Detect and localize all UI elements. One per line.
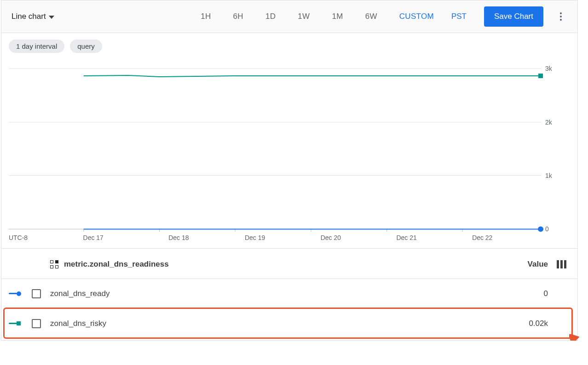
x-tick-1: Dec 18 xyxy=(168,234,189,241)
y-tick-3k: 3k xyxy=(545,65,552,72)
query-chip[interactable]: query xyxy=(70,40,102,53)
legend-checkbox-ready[interactable] xyxy=(32,289,41,298)
chart-type-dropdown[interactable]: Line chart xyxy=(9,10,57,23)
series-ready-endpoint-icon xyxy=(538,226,543,232)
y-tick-2k: 2k xyxy=(545,119,552,126)
time-range-group: 1H 6H 1D 1W 1M 6W CUSTOM xyxy=(197,10,438,23)
legend-header: metric.zonal_dns_readiness Value xyxy=(1,248,577,279)
range-1w[interactable]: 1W xyxy=(294,10,313,23)
series-swatch-ready xyxy=(9,291,21,296)
legend-name-risky: zonal_dns_risky xyxy=(50,319,507,328)
range-custom[interactable]: CUSTOM xyxy=(396,10,438,23)
overflow-menu-button[interactable] xyxy=(552,7,570,26)
series-risky-endpoint-icon xyxy=(538,74,543,78)
x-tick-0: Dec 17 xyxy=(83,234,104,241)
svg-line-10 xyxy=(574,339,588,341)
range-1d[interactable]: 1D xyxy=(262,10,279,23)
chart-area: 3k 2k 1k 0 UTC-8 Dec 17 Dec 18 Dec 19 De… xyxy=(1,55,577,248)
range-6w[interactable]: 6W xyxy=(362,10,381,23)
series-risky-line xyxy=(84,75,541,77)
legend-row-risky[interactable]: zonal_dns_risky 0.02k xyxy=(4,308,572,338)
legend-group-by: metric.zonal_dns_readiness xyxy=(64,260,169,269)
timezone-button[interactable]: PST xyxy=(447,10,471,23)
more-vert-icon xyxy=(560,12,562,14)
group-by-icon xyxy=(50,260,58,268)
interval-chip[interactable]: 1 day interval xyxy=(9,40,64,53)
legend-checkbox-risky[interactable] xyxy=(32,319,41,328)
legend-name-ready: zonal_dns_ready xyxy=(50,289,507,298)
save-chart-button[interactable]: Save Chart xyxy=(484,6,543,27)
x-tick-2: Dec 19 xyxy=(245,234,265,241)
chart-type-label: Line chart xyxy=(12,12,46,21)
line-chart[interactable]: 3k 2k 1k 0 UTC-8 Dec 17 Dec 18 Dec 19 De… xyxy=(9,59,558,243)
x-tick-3: Dec 20 xyxy=(321,234,341,241)
y-tick-0: 0 xyxy=(545,225,549,233)
chevron-down-icon xyxy=(49,16,54,19)
legend-value-header[interactable]: Value xyxy=(507,260,548,269)
range-6h[interactable]: 6H xyxy=(230,10,247,23)
chart-toolbar: Line chart 1H 6H 1D 1W 1M 6W CUSTOM PST … xyxy=(1,0,577,33)
legend-row-ready[interactable]: zonal_dns_ready 0 xyxy=(1,279,577,308)
xlabel: UTC-8 xyxy=(9,234,28,241)
columns-icon[interactable] xyxy=(557,260,566,268)
filter-chips: 1 day interval query xyxy=(1,33,577,55)
x-tick-5: Dec 22 xyxy=(472,234,492,241)
annotation-arrow-icon xyxy=(569,334,588,341)
range-1h[interactable]: 1H xyxy=(197,10,214,23)
y-tick-1k: 1k xyxy=(545,172,552,179)
series-swatch-risky xyxy=(9,321,21,325)
metrics-card: Line chart 1H 6H 1D 1W 1M 6W CUSTOM PST … xyxy=(1,0,578,341)
legend-value-risky: 0.02k xyxy=(507,319,548,328)
range-1m[interactable]: 1M xyxy=(328,10,346,23)
legend-value-ready: 0 xyxy=(507,289,548,298)
x-tick-4: Dec 21 xyxy=(396,234,416,241)
